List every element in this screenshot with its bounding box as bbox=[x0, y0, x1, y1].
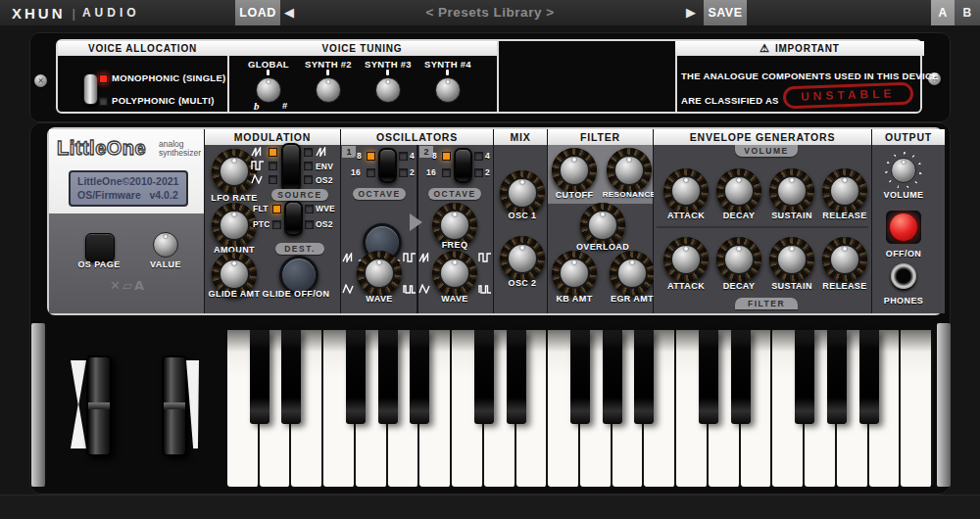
black-key[interactable] bbox=[795, 330, 814, 424]
osc2-oct8-led bbox=[442, 152, 451, 161]
volume-decay-knob[interactable] bbox=[716, 168, 761, 213]
left-cheek-panel bbox=[31, 323, 45, 487]
black-key[interactable] bbox=[410, 330, 429, 424]
black-key[interactable] bbox=[570, 330, 590, 424]
osc1-oct2-led bbox=[399, 168, 408, 177]
osc2-octave-8: 8 bbox=[432, 151, 437, 161]
osc2-octave-2: 2 bbox=[485, 167, 490, 177]
brand-logo: XHUN | AUDIO bbox=[12, 0, 140, 25]
slot-b-button[interactable]: B bbox=[955, 0, 980, 25]
filter-sustain-knob[interactable] bbox=[769, 237, 814, 282]
voice-panel-blank bbox=[497, 41, 677, 112]
source-saw2-led bbox=[304, 148, 313, 157]
voice-allocation-switch[interactable] bbox=[83, 73, 98, 105]
osc1-octave-4: 4 bbox=[410, 151, 415, 161]
black-key[interactable] bbox=[250, 330, 270, 424]
volume-release-knob[interactable] bbox=[822, 168, 867, 213]
osc2-octave-switch[interactable] bbox=[454, 148, 472, 183]
littleone-plugin-window: XHUN | AUDIO LOAD ◀ < Presets Library > … bbox=[0, 0, 980, 519]
black-key[interactable] bbox=[378, 330, 398, 424]
polyphonic-label: POLYPHONIC (MULTI) bbox=[112, 95, 215, 106]
output-volume-label: VOLUME bbox=[874, 190, 933, 200]
black-key[interactable] bbox=[634, 330, 654, 424]
lfo-rate-label: LFO RATE bbox=[195, 193, 273, 203]
unstable-stamp: UNSTABLE bbox=[783, 82, 914, 110]
pitch-wheel[interactable] bbox=[86, 355, 112, 456]
brand-product: AUDIO bbox=[82, 6, 140, 20]
kb-amt-knob[interactable] bbox=[552, 251, 597, 296]
mix-title: MIX bbox=[494, 129, 547, 145]
mod-dest-switch[interactable] bbox=[284, 201, 303, 236]
synth3-tune-label: SYNTH #3 bbox=[359, 59, 417, 70]
filter-release-knob[interactable] bbox=[822, 237, 867, 282]
screw-icon: ✕ bbox=[34, 74, 47, 87]
phones-jack[interactable] bbox=[891, 263, 916, 289]
brand-separator: | bbox=[73, 6, 75, 21]
black-key[interactable] bbox=[699, 330, 718, 424]
volume-sustain-knob[interactable] bbox=[769, 168, 814, 213]
volume-attack-knob[interactable] bbox=[663, 168, 709, 213]
logo-area: LittleOne analog synthesizer LittleOne©2… bbox=[49, 129, 204, 213]
osc2-freq-label: FREQ bbox=[416, 240, 494, 250]
product-logo: LittleOne bbox=[57, 137, 146, 160]
synth3-tune-knob[interactable] bbox=[375, 77, 401, 103]
phones-label: PHONES bbox=[874, 296, 933, 306]
save-button[interactable]: SAVE bbox=[704, 0, 747, 25]
mix-osc2-knob[interactable] bbox=[500, 236, 545, 281]
black-key[interactable] bbox=[281, 330, 301, 424]
filter-attack-knob[interactable] bbox=[663, 237, 709, 282]
saw-wave-icon bbox=[251, 147, 265, 157]
slot-a-button[interactable]: A bbox=[931, 0, 955, 25]
pulse-wave-icon bbox=[403, 284, 416, 294]
resonance-knob[interactable] bbox=[607, 148, 652, 193]
white-key[interactable] bbox=[901, 330, 933, 487]
mod-wheel[interactable] bbox=[162, 355, 187, 456]
source-os2-led bbox=[304, 175, 313, 184]
power-on-off-label: OFF/ON bbox=[874, 249, 933, 259]
global-tune-label: GLOBAL bbox=[239, 59, 298, 70]
osc1-wave-knob[interactable] bbox=[357, 251, 402, 296]
power-on-off-button[interactable] bbox=[886, 211, 921, 244]
load-button[interactable]: LOAD bbox=[235, 0, 280, 25]
black-key[interactable] bbox=[827, 330, 847, 424]
value-knob[interactable] bbox=[153, 232, 178, 258]
black-key[interactable] bbox=[474, 330, 494, 424]
tagline-line2: synthesizer bbox=[159, 149, 201, 158]
square-wave-icon bbox=[251, 161, 265, 170]
black-key[interactable] bbox=[859, 330, 879, 424]
prev-preset-icon[interactable]: ◀ bbox=[284, 0, 294, 25]
os-page-button[interactable] bbox=[85, 233, 115, 262]
mod-amount-knob[interactable] bbox=[212, 203, 257, 248]
black-key[interactable] bbox=[346, 330, 366, 424]
osc2-wave-knob[interactable] bbox=[432, 251, 477, 296]
osc2-oct2-led bbox=[474, 168, 483, 177]
lfo-source-switch[interactable] bbox=[281, 143, 301, 192]
next-preset-icon[interactable]: ▶ bbox=[686, 0, 696, 25]
eg-divider bbox=[657, 226, 868, 228]
osc1-oct8-led bbox=[367, 152, 375, 161]
important-line2: ARE CLASSIFIED AS bbox=[681, 95, 779, 106]
dest-flt-led bbox=[272, 205, 281, 213]
product-tagline: analog synthesizer bbox=[159, 140, 201, 159]
monophonic-led bbox=[99, 74, 108, 83]
filter-decay-knob[interactable] bbox=[716, 237, 761, 282]
osc2-oct16-led bbox=[442, 168, 451, 177]
osc1-octave-16: 16 bbox=[351, 167, 361, 177]
black-key[interactable] bbox=[507, 330, 526, 424]
modulation-title: MODULATION bbox=[205, 129, 340, 145]
black-key[interactable] bbox=[731, 330, 751, 424]
black-key[interactable] bbox=[603, 330, 622, 424]
resonance-label: RESONANCE bbox=[600, 190, 659, 199]
synth2-tune-knob[interactable] bbox=[316, 77, 341, 103]
square-wave-icon bbox=[403, 253, 416, 262]
brand-name: XHUN bbox=[12, 5, 66, 22]
voice-allocation-title: VOICE ALLOCATION bbox=[58, 41, 227, 56]
osc1-octave-switch[interactable] bbox=[378, 148, 397, 183]
source-saw-led bbox=[269, 148, 277, 157]
output-volume-knob[interactable] bbox=[891, 158, 916, 183]
lcd-display: LittleOne©2010-2021 OS/Firmware v4.0.2 bbox=[69, 170, 188, 207]
preset-library-title[interactable]: < Presets Library > bbox=[343, 0, 637, 25]
synth4-tune-knob[interactable] bbox=[435, 77, 461, 103]
cutoff-knob[interactable] bbox=[552, 148, 597, 193]
keyboard-keys bbox=[227, 330, 933, 487]
